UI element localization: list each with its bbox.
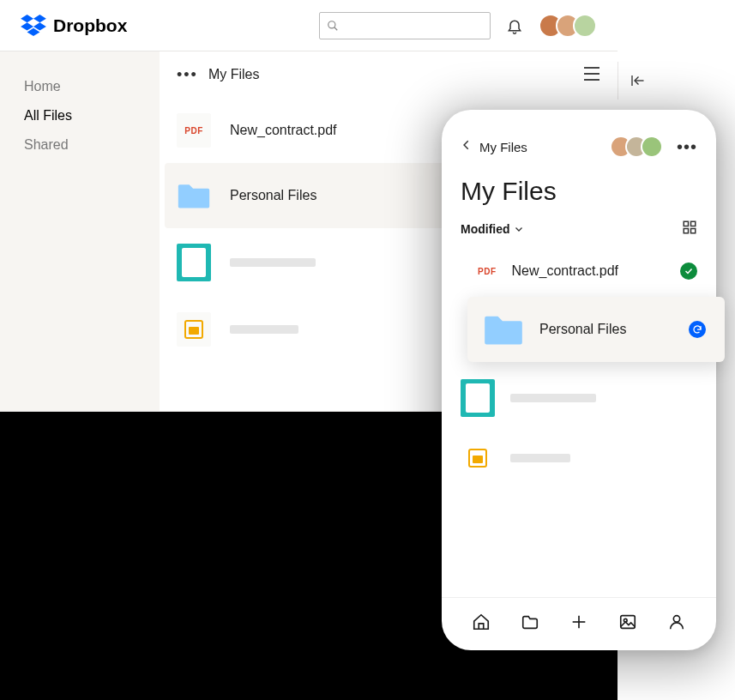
plus-icon bbox=[569, 612, 588, 631]
sync-icon bbox=[692, 324, 702, 335]
back-button[interactable] bbox=[461, 139, 473, 154]
nav-photos[interactable] bbox=[617, 612, 639, 631]
svg-rect-10 bbox=[691, 229, 696, 233]
image-thumbnail bbox=[177, 244, 211, 281]
folder-icon bbox=[177, 180, 211, 211]
mobile-page-title: My Files bbox=[442, 165, 716, 211]
image-thumbnail bbox=[461, 379, 495, 417]
home-icon bbox=[472, 612, 491, 631]
svg-rect-8 bbox=[691, 221, 696, 226]
file-icon bbox=[177, 312, 211, 347]
grid-icon bbox=[682, 220, 697, 235]
svg-rect-7 bbox=[684, 221, 688, 226]
mobile-file-row-folder[interactable]: Personal Files bbox=[467, 297, 725, 362]
topbar: Dropbox bbox=[0, 0, 618, 51]
file-icon bbox=[177, 178, 211, 213]
avatar bbox=[573, 14, 597, 38]
slides-icon bbox=[184, 320, 203, 339]
mobile-file-row-slides[interactable] bbox=[442, 429, 716, 487]
brand-name: Dropbox bbox=[53, 15, 127, 36]
chevron-down-icon bbox=[514, 224, 524, 234]
collaborator-avatars[interactable] bbox=[539, 14, 597, 38]
sort-label: Modified bbox=[461, 222, 510, 236]
bell-icon bbox=[506, 17, 523, 34]
file-icon bbox=[461, 441, 495, 475]
mobile-file-row-image[interactable] bbox=[442, 367, 716, 429]
more-options-button[interactable]: ••• bbox=[177, 66, 198, 84]
file-name-placeholder bbox=[230, 325, 298, 334]
mobile-file-list: PDF New_contract.pdf Personal Files bbox=[442, 250, 716, 597]
grid-view-button[interactable] bbox=[682, 220, 697, 238]
nav-account[interactable] bbox=[666, 612, 688, 631]
svg-line-1 bbox=[334, 27, 338, 30]
dropbox-icon bbox=[21, 15, 46, 37]
person-icon bbox=[667, 612, 686, 631]
hamburger-icon bbox=[583, 67, 600, 81]
svg-rect-13 bbox=[621, 615, 636, 628]
file-name-placeholder bbox=[230, 258, 316, 267]
folder-icon bbox=[483, 312, 524, 347]
chevron-left-icon bbox=[461, 139, 473, 151]
svg-point-0 bbox=[328, 21, 335, 27]
avatar bbox=[641, 136, 663, 158]
sort-dropdown[interactable]: Modified bbox=[461, 222, 524, 236]
nav-files[interactable] bbox=[519, 612, 541, 631]
notifications-button[interactable] bbox=[503, 14, 527, 38]
brand-logo[interactable]: Dropbox bbox=[21, 15, 127, 37]
mobile-device: My Files ••• My Files Modified PDF New_c… bbox=[442, 110, 716, 650]
folder-outline-icon bbox=[521, 612, 539, 631]
mobile-more-options-button[interactable]: ••• bbox=[677, 137, 697, 157]
svg-rect-9 bbox=[684, 229, 688, 233]
sync-status-synced bbox=[680, 262, 697, 280]
mobile-header: My Files ••• bbox=[442, 110, 716, 165]
file-name: Personal Files bbox=[230, 188, 316, 203]
file-name: New_contract.pdf bbox=[512, 263, 666, 279]
collapse-right-panel-button[interactable] bbox=[618, 62, 655, 100]
image-icon bbox=[618, 612, 637, 631]
nav-home[interactable] bbox=[470, 612, 492, 631]
check-icon bbox=[684, 266, 694, 276]
collapse-icon bbox=[630, 73, 645, 88]
slides-icon bbox=[468, 449, 487, 468]
sync-status-syncing bbox=[689, 321, 706, 338]
file-name-placeholder bbox=[510, 394, 596, 402]
mobile-collaborator-avatars[interactable] bbox=[610, 136, 663, 158]
breadcrumb[interactable]: My Files bbox=[208, 67, 260, 82]
sidebar-item-home[interactable]: Home bbox=[24, 72, 136, 101]
file-name: New_contract.pdf bbox=[230, 123, 337, 138]
nav-add[interactable] bbox=[568, 612, 590, 631]
file-name: Personal Files bbox=[539, 322, 673, 337]
sidebar: Home All Files Shared bbox=[0, 51, 160, 411]
mobile-file-row-pdf[interactable]: PDF New_contract.pdf bbox=[442, 250, 716, 292]
mobile-sort-bar: Modified bbox=[442, 211, 716, 250]
mobile-bottom-nav bbox=[442, 597, 716, 650]
main-header: ••• My Files bbox=[160, 51, 618, 98]
pdf-icon: PDF bbox=[478, 267, 497, 276]
search-input[interactable] bbox=[319, 12, 491, 39]
file-name-placeholder bbox=[510, 454, 570, 462]
pdf-icon: PDF bbox=[184, 126, 203, 136]
svg-point-15 bbox=[673, 615, 679, 621]
search-icon bbox=[327, 20, 339, 32]
sidebar-item-all-files[interactable]: All Files bbox=[24, 101, 136, 130]
menu-button[interactable] bbox=[583, 63, 600, 86]
file-icon: PDF bbox=[177, 113, 211, 148]
sidebar-item-shared[interactable]: Shared bbox=[24, 130, 136, 160]
mobile-breadcrumb[interactable]: My Files bbox=[479, 140, 527, 154]
